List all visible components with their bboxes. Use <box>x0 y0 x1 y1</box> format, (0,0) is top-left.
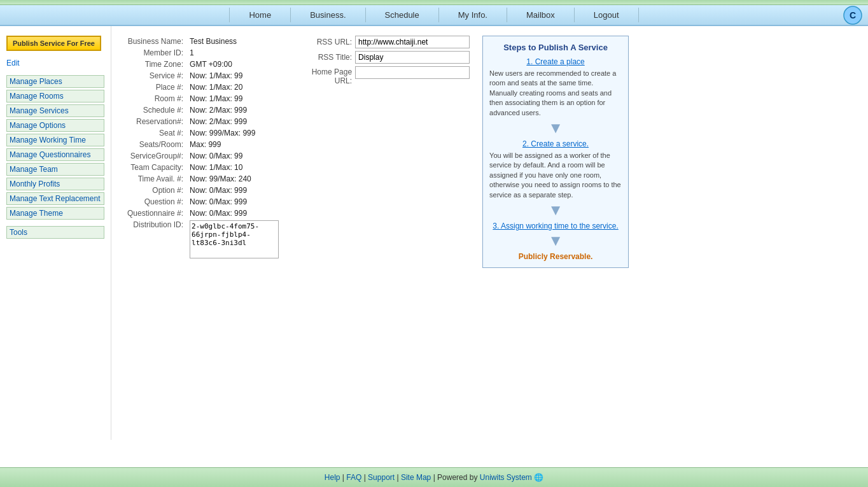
field-value: Now: 2/Max: 999 <box>186 104 282 116</box>
svg-text:C: C <box>850 10 856 20</box>
field-value: 1 <box>186 47 282 59</box>
upper-content: Business Name: Test Business Member ID: … <box>124 36 855 268</box>
field-value: Now: 2/Max: 999 <box>186 116 282 127</box>
rss-url-input[interactable] <box>355 36 470 48</box>
table-row: Place #: Now: 1/Max: 20 <box>124 81 282 93</box>
field-label: Team Capacity: <box>124 162 186 173</box>
sidebar-item-manage-services[interactable]: Manage Services <box>6 104 104 117</box>
nav-bar: Home Business. Schedule My Info. Mailbox… <box>0 5 868 26</box>
field-label: Seat #: <box>124 127 186 139</box>
field-label: Questionnaire #: <box>124 208 186 219</box>
rss-title-label: RSS Title: <box>295 53 352 62</box>
arrow-down-3: ▼ <box>489 233 622 248</box>
table-row: Schedule #: Now: 2/Max: 999 <box>124 104 282 116</box>
field-value: Now: 0/Max: 999 <box>186 208 282 219</box>
field-label: Distribution ID: <box>124 219 186 262</box>
field-value: Max: 999 <box>186 139 282 150</box>
nav-schedule[interactable]: Schedule <box>366 8 439 22</box>
field-label: Place #: <box>124 81 186 93</box>
field-value: Now: 1/Max: 20 <box>186 81 282 93</box>
nav-home[interactable]: Home <box>229 8 291 22</box>
sidebar-item-manage-questionnaires[interactable]: Manage Questionnaires <box>6 148 104 161</box>
logo: C <box>843 5 863 25</box>
steps-title: Steps to Publish A Service <box>489 43 622 52</box>
tools-link[interactable]: Tools <box>6 226 104 239</box>
home-page-url-input[interactable] <box>355 66 470 79</box>
field-value: Now: 999/Max: 999 <box>186 127 282 139</box>
rss-title-row: RSS Title: <box>295 51 470 64</box>
field-value: Now: 1/Max: 99 <box>186 70 282 81</box>
sidebar-item-manage-theme[interactable]: Manage Theme <box>6 207 104 220</box>
field-label: Reservation#: <box>124 116 186 127</box>
field-label: Time Zone: <box>124 59 186 70</box>
field-value: Now: 0/Max: 999 <box>186 196 282 208</box>
sidebar-item-manage-options[interactable]: Manage Options <box>6 119 104 132</box>
business-info-table: Business Name: Test Business Member ID: … <box>124 36 282 262</box>
table-row: Time Avail. #: Now: 99/Max: 240 <box>124 173 282 185</box>
table-row: Service #: Now: 1/Max: 99 <box>124 70 282 81</box>
sidebar-item-manage-rooms[interactable]: Manage Rooms <box>6 90 104 102</box>
step3-title[interactable]: 3. Assign working time to the service. <box>489 222 622 230</box>
steps-final: Publicly Reservable. <box>489 252 622 261</box>
arrow-down-1: ▼ <box>489 120 622 136</box>
sidebar-item-manage-working-time[interactable]: Manage Working Time <box>6 134 104 146</box>
arrow-down-2: ▼ <box>489 202 622 218</box>
table-row: Business Name: Test Business <box>124 36 282 47</box>
field-label: Seats/Room: <box>124 139 186 150</box>
field-value: Now: 99/Max: 240 <box>186 173 282 185</box>
field-value: Test Business <box>186 36 282 47</box>
steps-panel: Steps to Publish A Service 1. Create a p… <box>482 36 629 268</box>
table-row: Reservation#: Now: 2/Max: 999 <box>124 116 282 127</box>
home-page-url-row: Home Page URL: <box>295 66 470 85</box>
field-value: Now: 0/Max: 99 <box>186 150 282 162</box>
field-value: Now: 1/Max: 99 <box>186 93 282 104</box>
publish-service-btn[interactable]: Publish Service For Free <box>6 36 101 51</box>
edit-link[interactable]: Edit <box>6 59 104 67</box>
table-row: Team Capacity: Now: 1/Max: 10 <box>124 162 282 173</box>
distribution-id-field[interactable] <box>190 220 279 258</box>
table-row: Room #: Now: 1/Max: 99 <box>124 93 282 104</box>
rss-url-row: RSS URL: <box>295 36 470 48</box>
table-row: Question #: Now: 0/Max: 999 <box>124 196 282 208</box>
table-row: Member ID: 1 <box>124 47 282 59</box>
rss-section: RSS URL: RSS Title: Home Page URL: <box>295 36 470 88</box>
field-label: ServiceGroup#: <box>124 150 186 162</box>
field-value <box>186 219 282 262</box>
sidebar-item-manage-places[interactable]: Manage Places <box>6 75 104 88</box>
table-row: Time Zone: GMT +09:00 <box>124 59 282 70</box>
rss-title-input[interactable] <box>355 51 470 64</box>
sidebar-item-manage-team[interactable]: Manage Team <box>6 163 104 176</box>
field-label: Question #: <box>124 196 186 208</box>
sidebar-item-manage-text-replacement[interactable]: Manage Text Replacement <box>6 192 104 205</box>
step1-desc: New users are recommended to create a ro… <box>489 69 622 118</box>
table-row: Seat #: Now: 999/Max: 999 <box>124 127 282 139</box>
field-label: Member ID: <box>124 47 186 59</box>
field-label: Service #: <box>124 70 186 81</box>
sidebar-item-monthly-profits[interactable]: Monthly Profits <box>6 178 104 190</box>
field-value: GMT +09:00 <box>186 59 282 70</box>
nav-business[interactable]: Business. <box>291 8 365 22</box>
nav-logout[interactable]: Logout <box>575 8 639 22</box>
table-row: Distribution ID: <box>124 219 282 262</box>
main-nav: Home Business. Schedule My Info. Mailbox… <box>0 8 868 22</box>
main-layout: Publish Service For Free Edit Manage Pla… <box>0 26 868 440</box>
content-area: Business Name: Test Business Member ID: … <box>111 26 868 440</box>
step1-title[interactable]: 1. Create a place <box>489 57 622 66</box>
field-value: Now: 1/Max: 10 <box>186 162 282 173</box>
field-label: Time Avail. #: <box>124 173 186 185</box>
sidebar: Publish Service For Free Edit Manage Pla… <box>0 26 111 440</box>
nav-myinfo[interactable]: My Info. <box>439 8 507 22</box>
step2-desc: You will be assigned as a worker of the … <box>489 151 622 200</box>
table-row: Questionnaire #: Now: 0/Max: 999 <box>124 208 282 219</box>
step2-title[interactable]: 2. Create a service. <box>489 139 622 148</box>
top-bar <box>0 0 868 5</box>
field-value: Now: 0/Max: 999 <box>186 185 282 196</box>
nav-mailbox[interactable]: Mailbox <box>507 8 575 22</box>
rss-url-label: RSS URL: <box>295 38 352 46</box>
home-page-url-label: Home Page URL: <box>295 66 352 85</box>
field-label: Option #: <box>124 185 186 196</box>
field-label: Schedule #: <box>124 104 186 116</box>
table-row: Seats/Room: Max: 999 <box>124 139 282 150</box>
field-label: Business Name: <box>124 36 186 47</box>
table-row: ServiceGroup#: Now: 0/Max: 99 <box>124 150 282 162</box>
